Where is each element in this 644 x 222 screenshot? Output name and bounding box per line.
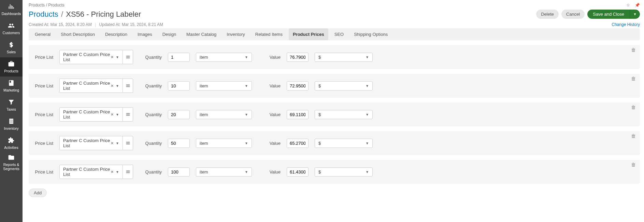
price-list-select[interactable]: Partner C Custom Price List ✕▼ xyxy=(59,136,123,150)
chevron-down-icon: ▼ xyxy=(116,113,119,116)
price-list-label: Price List xyxy=(34,55,53,60)
sidebar-item-reports[interactable]: Reports & Segments xyxy=(0,153,23,172)
price-list-select[interactable]: Partner C Custom Price List ✕▼ xyxy=(59,50,123,64)
chevron-down-icon: ▼ xyxy=(366,170,369,174)
title-separator: / xyxy=(61,10,63,18)
price-list-label: Price List xyxy=(34,112,53,117)
star-icon[interactable]: ☆ xyxy=(626,3,630,8)
save-dropdown-caret[interactable]: ▼ xyxy=(630,10,640,19)
tab-images[interactable]: Images xyxy=(133,28,156,40)
sidebar-item-products[interactable]: Products xyxy=(0,57,23,77)
trash-icon[interactable]: 🗑 xyxy=(631,47,636,53)
list-menu-button[interactable] xyxy=(123,165,133,179)
sidebar-label: Activities xyxy=(4,146,18,150)
sidebar-item-taxes[interactable]: Taxes xyxy=(0,96,23,115)
chevron-down-icon: ▼ xyxy=(245,141,248,145)
quantity-label: Quantity xyxy=(139,83,162,88)
chevron-down-icon: ▼ xyxy=(116,55,119,59)
tab-product-prices[interactable]: Product Prices xyxy=(289,28,328,40)
value-input[interactable] xyxy=(287,81,309,91)
main-content: Products / Products ☆ 📌 Products / XS56 … xyxy=(23,0,644,222)
quantity-input[interactable] xyxy=(168,139,190,148)
change-history-link[interactable]: Change History xyxy=(612,22,640,27)
list-menu-button[interactable] xyxy=(123,136,133,150)
unit-select[interactable]: item ▼ xyxy=(196,81,252,91)
sidebar-item-dashboards[interactable]: Dashboards xyxy=(0,0,23,19)
value-input[interactable] xyxy=(287,53,309,62)
title-link[interactable]: Products xyxy=(29,10,58,18)
clear-icon[interactable]: ✕ xyxy=(111,84,114,88)
quantity-input[interactable] xyxy=(168,81,190,91)
trash-icon[interactable]: 🗑 xyxy=(631,133,636,139)
list-menu-button[interactable] xyxy=(123,107,133,122)
unit-select[interactable]: item ▼ xyxy=(196,139,252,148)
users-icon xyxy=(8,22,15,30)
filter-icon xyxy=(8,99,15,106)
clear-icon[interactable]: ✕ xyxy=(111,112,114,117)
price-list-select[interactable]: Partner C Custom Price List ✕▼ xyxy=(59,107,123,122)
list-menu-button[interactable] xyxy=(123,79,133,93)
chevron-down-icon: ▼ xyxy=(366,55,369,59)
quantity-input[interactable] xyxy=(168,110,190,119)
unit-select[interactable]: item ▼ xyxy=(196,110,252,119)
value-input[interactable] xyxy=(287,110,309,119)
value-input[interactable] xyxy=(287,139,309,148)
delete-button[interactable]: Delete xyxy=(536,10,559,19)
trash-icon[interactable]: 🗑 xyxy=(631,162,636,167)
quantity-label: Quantity xyxy=(139,141,162,146)
sidebar-label: Products xyxy=(4,69,18,73)
tab-description[interactable]: Description xyxy=(101,28,131,40)
chevron-down-icon: ▼ xyxy=(245,170,248,174)
breadcrumb: Products / Products ☆ 📌 xyxy=(29,3,640,8)
clear-icon[interactable]: ✕ xyxy=(111,141,114,145)
tab-seo[interactable]: SEO xyxy=(330,28,348,40)
value-input[interactable] xyxy=(287,167,309,177)
tab-general[interactable]: General xyxy=(31,28,55,40)
tab-master-catalog[interactable]: Master Catalog xyxy=(182,28,220,40)
tab-inventory[interactable]: Inventory xyxy=(223,28,249,40)
created-at-value: Mar 15, 2024, 8:20 AM xyxy=(50,22,91,27)
sidebar-item-inventory[interactable]: Inventory xyxy=(0,115,23,134)
quantity-label: Quantity xyxy=(139,112,162,117)
currency-select[interactable]: $ ▼ xyxy=(315,110,373,119)
tab-design[interactable]: Design xyxy=(158,28,180,40)
sidebar-label: Taxes xyxy=(6,108,16,112)
currency-select[interactable]: $ ▼ xyxy=(315,167,373,177)
tab-shipping-options[interactable]: Shipping Options xyxy=(350,28,392,40)
unit-select[interactable]: item ▼ xyxy=(196,53,252,62)
breadcrumb-text[interactable]: Products / Products xyxy=(29,3,65,8)
trash-icon[interactable]: 🗑 xyxy=(631,105,636,110)
chevron-down-icon: ▼ xyxy=(245,84,248,88)
trash-icon[interactable]: 🗑 xyxy=(631,76,636,81)
building-icon xyxy=(8,118,15,125)
clear-icon[interactable]: ✕ xyxy=(111,170,114,174)
sidebar-item-activities[interactable]: Activities xyxy=(0,134,23,153)
quantity-input[interactable] xyxy=(168,167,190,177)
quantity-input[interactable] xyxy=(168,53,190,62)
sidebar-item-customers[interactable]: Customers xyxy=(0,19,23,38)
currency-value: $ xyxy=(318,141,321,146)
price-row: 🗑 Price List Partner C Custom Price List… xyxy=(29,131,640,155)
cancel-button[interactable]: Cancel xyxy=(561,10,585,19)
folder-icon xyxy=(8,154,15,162)
currency-select[interactable]: $ ▼ xyxy=(315,81,373,91)
chevron-down-icon: ▼ xyxy=(116,141,119,145)
price-list-select[interactable]: Partner C Custom Price List ✕▼ xyxy=(59,165,123,179)
currency-select[interactable]: $ ▼ xyxy=(315,139,373,148)
list-menu-button[interactable] xyxy=(123,50,133,64)
sidebar-item-marketing[interactable]: Marketing xyxy=(0,77,23,96)
save-and-close-button[interactable]: Save and Close xyxy=(587,10,630,19)
header-actions: Delete Cancel Save and Close ▼ xyxy=(536,10,640,19)
currency-select[interactable]: $ ▼ xyxy=(315,53,373,62)
chevron-down-icon: ▼ xyxy=(116,84,119,88)
clear-icon[interactable]: ✕ xyxy=(111,55,114,59)
pin-icon[interactable]: 📌 xyxy=(635,3,640,8)
unit-select[interactable]: item ▼ xyxy=(196,167,252,177)
tab-related-items[interactable]: Related Items xyxy=(251,28,287,40)
tab-short-description[interactable]: Short Description xyxy=(57,28,99,40)
unit-value: item xyxy=(200,55,208,60)
price-list-select[interactable]: Partner C Custom Price List ✕▼ xyxy=(59,79,123,93)
updated-at-value: Mar 15, 2024, 8:21 AM xyxy=(122,22,163,27)
add-button[interactable]: Add xyxy=(29,189,47,197)
sidebar-item-sales[interactable]: Sales xyxy=(0,38,23,57)
